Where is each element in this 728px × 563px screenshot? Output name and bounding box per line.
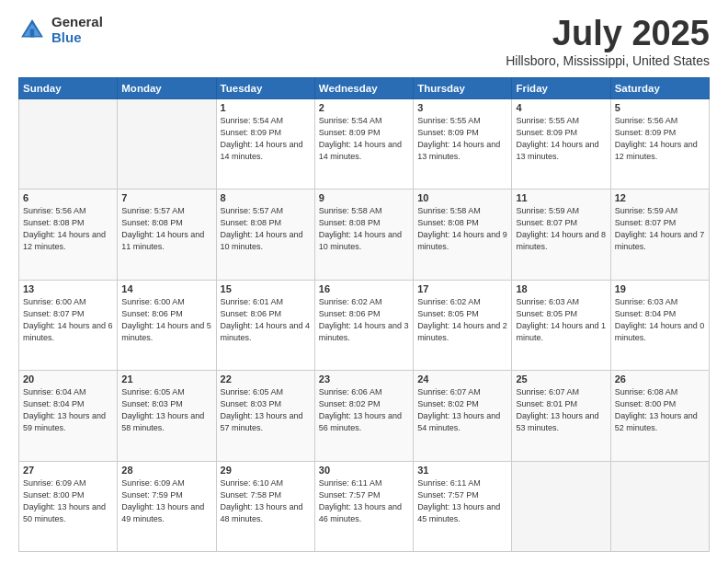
- calendar-cell: 21Sunrise: 6:05 AM Sunset: 8:03 PM Dayli…: [118, 371, 216, 461]
- day-info: Sunrise: 6:04 AM Sunset: 8:04 PM Dayligh…: [23, 386, 113, 434]
- calendar-cell: 30Sunrise: 6:11 AM Sunset: 7:57 PM Dayli…: [314, 461, 413, 551]
- day-number: 7: [121, 192, 211, 203]
- day-info: Sunrise: 5:54 AM Sunset: 8:09 PM Dayligh…: [221, 115, 311, 163]
- day-number: 4: [516, 102, 606, 113]
- location: Hillsboro, Mississippi, United States: [506, 53, 710, 68]
- title-block: July 2025 Hillsboro, Mississippi, United…: [506, 15, 710, 68]
- calendar-table: Sunday Monday Tuesday Wednesday Thursday…: [18, 77, 710, 552]
- calendar-cell: 17Sunrise: 6:02 AM Sunset: 8:05 PM Dayli…: [414, 280, 512, 370]
- calendar-cell: [512, 461, 610, 551]
- day-info: Sunrise: 6:03 AM Sunset: 8:05 PM Dayligh…: [516, 296, 606, 344]
- calendar-cell: 29Sunrise: 6:10 AM Sunset: 7:58 PM Dayli…: [216, 461, 314, 551]
- day-info: Sunrise: 6:11 AM Sunset: 7:57 PM Dayligh…: [319, 477, 409, 525]
- page: General Blue July 2025 Hillsboro, Missis…: [0, 0, 728, 563]
- calendar-week-row: 27Sunrise: 6:09 AM Sunset: 8:00 PM Dayli…: [19, 461, 710, 551]
- svg-rect-2: [30, 29, 35, 37]
- calendar-cell: 7Sunrise: 5:57 AM Sunset: 8:08 PM Daylig…: [118, 190, 216, 280]
- day-number: 25: [516, 373, 606, 385]
- day-info: Sunrise: 5:58 AM Sunset: 8:08 PM Dayligh…: [417, 205, 507, 253]
- day-info: Sunrise: 6:07 AM Sunset: 8:01 PM Dayligh…: [516, 386, 606, 434]
- day-number: 30: [319, 465, 409, 476]
- calendar-cell: 19Sunrise: 6:03 AM Sunset: 8:04 PM Dayli…: [610, 280, 709, 370]
- day-info: Sunrise: 5:58 AM Sunset: 8:08 PM Dayligh…: [319, 205, 409, 253]
- day-info: Sunrise: 6:02 AM Sunset: 8:06 PM Dayligh…: [319, 296, 409, 344]
- calendar-cell: 28Sunrise: 6:09 AM Sunset: 7:59 PM Dayli…: [118, 461, 216, 551]
- calendar-cell: 4Sunrise: 5:55 AM Sunset: 8:09 PM Daylig…: [512, 98, 610, 189]
- calendar-cell: 6Sunrise: 5:56 AM Sunset: 8:08 PM Daylig…: [19, 190, 118, 280]
- day-number: 19: [615, 283, 705, 294]
- calendar-cell: [19, 98, 118, 189]
- day-info: Sunrise: 6:09 AM Sunset: 8:00 PM Dayligh…: [23, 477, 113, 525]
- day-number: 23: [319, 373, 409, 385]
- calendar-header-row: Sunday Monday Tuesday Wednesday Thursday…: [19, 77, 710, 98]
- day-number: 18: [516, 283, 606, 294]
- day-info: Sunrise: 6:08 AM Sunset: 8:00 PM Dayligh…: [615, 386, 705, 434]
- calendar-cell: 23Sunrise: 6:06 AM Sunset: 8:02 PM Dayli…: [314, 371, 413, 461]
- calendar-cell: 27Sunrise: 6:09 AM Sunset: 8:00 PM Dayli…: [19, 461, 118, 551]
- calendar-cell: [118, 98, 216, 189]
- col-friday: Friday: [512, 77, 610, 98]
- day-number: 3: [417, 102, 507, 113]
- day-number: 2: [319, 102, 409, 113]
- calendar-cell: 24Sunrise: 6:07 AM Sunset: 8:02 PM Dayli…: [414, 371, 512, 461]
- day-number: 31: [417, 465, 507, 476]
- logo-text: General Blue: [51, 15, 103, 45]
- logo-icon: [18, 17, 46, 44]
- calendar-cell: 13Sunrise: 6:00 AM Sunset: 8:07 PM Dayli…: [19, 280, 118, 370]
- day-number: 13: [23, 283, 113, 294]
- calendar-cell: 2Sunrise: 5:54 AM Sunset: 8:09 PM Daylig…: [314, 98, 413, 189]
- day-info: Sunrise: 6:00 AM Sunset: 8:06 PM Dayligh…: [121, 296, 211, 344]
- day-info: Sunrise: 6:05 AM Sunset: 8:03 PM Dayligh…: [221, 386, 311, 434]
- day-number: 5: [615, 102, 705, 113]
- logo: General Blue: [18, 15, 103, 45]
- calendar-week-row: 20Sunrise: 6:04 AM Sunset: 8:04 PM Dayli…: [19, 371, 710, 461]
- day-info: Sunrise: 5:57 AM Sunset: 8:08 PM Dayligh…: [121, 205, 211, 253]
- day-info: Sunrise: 5:55 AM Sunset: 8:09 PM Dayligh…: [516, 115, 606, 163]
- day-info: Sunrise: 6:02 AM Sunset: 8:05 PM Dayligh…: [417, 296, 507, 344]
- day-info: Sunrise: 6:00 AM Sunset: 8:07 PM Dayligh…: [23, 296, 113, 344]
- col-thursday: Thursday: [414, 77, 512, 98]
- day-info: Sunrise: 6:01 AM Sunset: 8:06 PM Dayligh…: [221, 296, 311, 344]
- calendar-cell: 31Sunrise: 6:11 AM Sunset: 7:57 PM Dayli…: [414, 461, 512, 551]
- calendar-cell: 9Sunrise: 5:58 AM Sunset: 8:08 PM Daylig…: [314, 190, 413, 280]
- day-number: 26: [615, 373, 705, 385]
- day-info: Sunrise: 6:05 AM Sunset: 8:03 PM Dayligh…: [121, 386, 211, 434]
- calendar-cell: 5Sunrise: 5:56 AM Sunset: 8:09 PM Daylig…: [610, 98, 709, 189]
- calendar-cell: 20Sunrise: 6:04 AM Sunset: 8:04 PM Dayli…: [19, 371, 118, 461]
- col-sunday: Sunday: [19, 77, 118, 98]
- logo-blue-text: Blue: [51, 30, 103, 46]
- day-info: Sunrise: 6:06 AM Sunset: 8:02 PM Dayligh…: [319, 386, 409, 434]
- day-number: 29: [221, 465, 311, 476]
- calendar-cell: 1Sunrise: 5:54 AM Sunset: 8:09 PM Daylig…: [216, 98, 314, 189]
- day-number: 6: [23, 192, 113, 203]
- logo-general-text: General: [51, 15, 103, 30]
- calendar-cell: 16Sunrise: 6:02 AM Sunset: 8:06 PM Dayli…: [314, 280, 413, 370]
- calendar-cell: 25Sunrise: 6:07 AM Sunset: 8:01 PM Dayli…: [512, 371, 610, 461]
- day-number: 1: [221, 102, 311, 113]
- day-number: 10: [417, 192, 507, 203]
- calendar-week-row: 1Sunrise: 5:54 AM Sunset: 8:09 PM Daylig…: [19, 98, 710, 189]
- day-info: Sunrise: 5:56 AM Sunset: 8:08 PM Dayligh…: [23, 205, 113, 253]
- day-info: Sunrise: 5:59 AM Sunset: 8:07 PM Dayligh…: [516, 205, 606, 253]
- calendar-cell: 11Sunrise: 5:59 AM Sunset: 8:07 PM Dayli…: [512, 190, 610, 280]
- day-number: 20: [23, 373, 113, 385]
- col-monday: Monday: [118, 77, 216, 98]
- day-info: Sunrise: 5:56 AM Sunset: 8:09 PM Dayligh…: [615, 115, 705, 163]
- header: General Blue July 2025 Hillsboro, Missis…: [18, 15, 710, 68]
- calendar-week-row: 13Sunrise: 6:00 AM Sunset: 8:07 PM Dayli…: [19, 280, 710, 370]
- day-info: Sunrise: 5:59 AM Sunset: 8:07 PM Dayligh…: [615, 205, 705, 253]
- day-number: 22: [221, 373, 311, 385]
- day-number: 11: [516, 192, 606, 203]
- day-number: 8: [221, 192, 311, 203]
- calendar-week-row: 6Sunrise: 5:56 AM Sunset: 8:08 PM Daylig…: [19, 190, 710, 280]
- day-info: Sunrise: 6:03 AM Sunset: 8:04 PM Dayligh…: [615, 296, 705, 344]
- day-info: Sunrise: 6:09 AM Sunset: 7:59 PM Dayligh…: [121, 477, 211, 525]
- day-info: Sunrise: 6:11 AM Sunset: 7:57 PM Dayligh…: [417, 477, 507, 525]
- calendar-cell: 8Sunrise: 5:57 AM Sunset: 8:08 PM Daylig…: [216, 190, 314, 280]
- day-info: Sunrise: 5:57 AM Sunset: 8:08 PM Dayligh…: [221, 205, 311, 253]
- day-number: 24: [417, 373, 507, 385]
- calendar-cell: 18Sunrise: 6:03 AM Sunset: 8:05 PM Dayli…: [512, 280, 610, 370]
- calendar-cell: [610, 461, 709, 551]
- day-info: Sunrise: 5:54 AM Sunset: 8:09 PM Dayligh…: [319, 115, 409, 163]
- day-number: 17: [417, 283, 507, 294]
